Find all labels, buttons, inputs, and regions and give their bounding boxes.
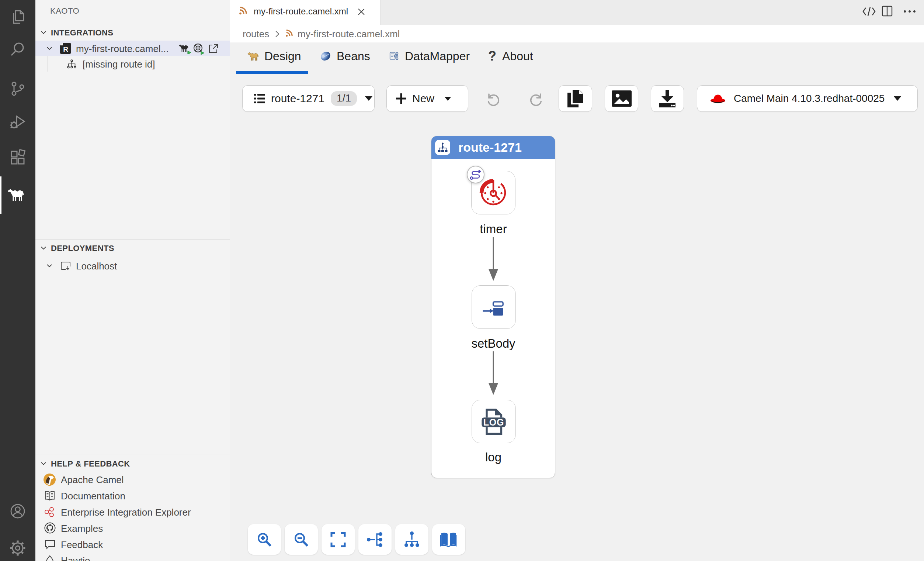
svg-text:R: R: [63, 45, 68, 53]
svg-text:LOG: LOG: [483, 417, 504, 427]
